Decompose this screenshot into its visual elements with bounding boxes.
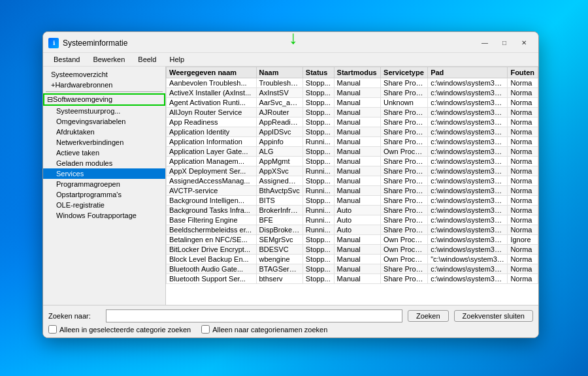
search-label: Zoeken naar: [48,312,101,320]
table-cell: Bluetooth Audio Gate... [167,264,257,274]
table-cell: Stopp... [302,274,334,284]
table-cell: c:\windows\system32\... [428,176,508,186]
col-header-naam2[interactable]: Naam [256,67,302,78]
checkbox-category-names-input[interactable] [201,325,210,334]
table-cell: AVCTP-service [167,186,257,196]
checkbox-selected-category-input[interactable] [48,325,57,334]
checkbox-selected-category[interactable]: Alleen in geselecteerde categorie zoeken [48,325,191,334]
table-cell: Stopp... [302,235,334,245]
sidebar-item-softwareomgeving[interactable]: ⊟Softwareomgeving [43,93,165,106]
table-cell: c:\windows\system32\... [428,147,508,157]
search-button[interactable]: Zoeken [408,310,449,322]
sidebar-item-geladen-modules[interactable]: Geladen modules [43,158,165,168]
table-cell: BDESVC [256,245,302,255]
app-icon: ℹ [48,38,59,48]
table-cell: Norma [508,176,538,186]
table-row[interactable]: AVCTP-serviceBthAvctpSvcRunni...ManualSh… [167,186,538,196]
sidebar-item-hardwarebronnen[interactable]: +Hardwarebronnen [43,80,165,90]
table-cell: Norma [508,88,538,98]
sidebar-item-actieve-taken[interactable]: Actieve taken [43,148,165,158]
table-cell: Stopp... [302,196,334,206]
sidebar-item-services[interactable]: Services [43,168,165,179]
table-row[interactable]: ActiveX Installer (AxInst...AxInstSVStop… [167,88,538,98]
table-cell: c:\windows\system32\... [428,206,508,215]
menu-bestand[interactable]: Bestand [48,54,85,65]
table-cell: Own Proce... [381,147,428,157]
table-cell: Share Proc... [381,215,428,225]
table-cell: Background Intelligen... [167,196,257,206]
sidebar-divider [46,91,163,92]
col-header-naam[interactable]: Weergegeven naam [167,67,257,78]
sidebar-item-programmagroepen[interactable]: Programmagroepen [43,179,165,189]
table-cell: Share Proc... [381,118,428,127]
table-container[interactable]: Weergegeven naam Naam Status Startmodus … [166,67,538,305]
table-cell: Norma [508,157,538,166]
table-cell: BrokerInfrastr... [256,206,302,215]
table-cell: Share Proc... [381,225,428,235]
table-row[interactable]: Aanbevolen Troublesh...Troubleshoot...St… [167,78,538,88]
menu-help[interactable]: Help [164,54,189,65]
table-row[interactable]: Background Tasks Infra...BrokerInfrastr.… [167,206,538,215]
table-row[interactable]: Application IdentityAppIDSvcStopp...Manu… [167,127,538,137]
minimize-button[interactable]: — [476,37,494,50]
table-cell: Application Information [167,137,257,147]
sidebar-item-systeemoverzicht[interactable]: Systeemoverzicht [43,69,165,80]
table-row[interactable]: Block Level Backup En...wbengineStopp...… [167,255,538,264]
table-cell: Runni... [302,186,334,196]
table-cell: Own Proce... [381,235,428,245]
menu-beeld[interactable]: Beeld [133,54,161,65]
table-cell: Norma [508,215,538,225]
services-table: Weergegeven naam Naam Status Startmodus … [166,67,538,284]
table-row[interactable]: Application Layer Gate...ALGStopp...Manu… [167,147,538,157]
sidebar-item-windows-foutrapportage[interactable]: Windows Foutrapportage [43,210,165,221]
table-cell: Norma [508,166,538,176]
table-row[interactable]: AssignedAccessManag...AssignedAcce...Sto… [167,176,538,186]
sidebar-item-omgevingsvariabelen[interactable]: Omgevingsvariabelen [43,116,165,127]
table-row[interactable]: Bluetooth Support Ser...bthservStopp...M… [167,274,538,284]
table-cell: c:\windows\system32\... [428,235,508,245]
table-row[interactable]: BitLocker Drive Encrypt...BDESVCStopp...… [167,245,538,255]
table-row[interactable]: Background Intelligen...BITSStopp...Manu… [167,196,538,206]
checkbox-category-names[interactable]: Alleen naar categorienamen zoeken [201,325,327,334]
table-row[interactable]: App ReadinessAppReadinessStopp...ManualS… [167,118,538,127]
table-row[interactable]: Agent Activation Runti...AarSvc_aeeecSto… [167,98,538,108]
table-cell: Manual [334,98,380,108]
table-row[interactable]: Betalingen en NFC/SE...SEMgrSvcStopp...M… [167,235,538,245]
sidebar-item-systeemstuurprog[interactable]: Systeemstuurprog... [43,106,165,116]
table-cell: Auto [334,225,380,235]
table-cell: Share Proc... [381,127,428,137]
sidebar-item-afdruktaken[interactable]: Afdruktaken [43,127,165,137]
table-cell: c:\windows\system32\... [428,157,508,166]
table-cell: App Readiness [167,118,257,127]
search-input[interactable] [106,309,402,322]
col-header-servicetype[interactable]: Servicetype [381,67,428,78]
table-cell: c:\windows\system32\... [428,245,508,255]
col-header-startmodus[interactable]: Startmodus [334,67,380,78]
window-title: Systeeminformatie [63,39,476,48]
sidebar-item-ole-registratie[interactable]: OLE-registratie [43,200,165,210]
table-row[interactable]: AllJoyn Router ServiceAJRouterStopp...Ma… [167,108,538,118]
sidebar-item-netwerkverbindingen[interactable]: Netwerkverbindingen [43,137,165,148]
close-search-button[interactable]: Zoekvenster sluiten [454,310,533,322]
col-header-pad[interactable]: Pad [428,67,508,78]
table-row[interactable]: Bluetooth Audio Gate...BTAGServiceStopp.… [167,264,538,274]
col-header-status[interactable]: Status [302,67,334,78]
table-cell: Manual [334,255,380,264]
table-cell: Norma [508,108,538,118]
table-row[interactable]: Application InformationAppinfoRunni...Ma… [167,137,538,147]
checkbox-selected-category-label: Alleen in geselecteerde categorie zoeken [59,326,191,334]
col-header-fouten[interactable]: Fouten [508,67,538,78]
table-cell: Norma [508,196,538,206]
table-cell: c:\windows\system32\... [428,137,508,147]
table-cell: Share Proc... [381,78,428,88]
menu-bewerken[interactable]: Bewerken [88,54,130,65]
sidebar-item-opstartprogrammas[interactable]: Opstartprogramma's [43,189,165,200]
maximize-button[interactable]: □ [495,37,514,50]
table-cell: Bluetooth Support Ser... [167,274,257,284]
close-button[interactable]: ✕ [515,37,533,50]
table-row[interactable]: Beeldschermbeleidss er...DispBrokerDe...… [167,225,538,235]
table-row[interactable]: AppX Deployment Ser...AppXSvcRunni...Man… [167,166,538,176]
table-row[interactable]: Application Managem...AppMgmtStopp...Man… [167,157,538,166]
table-row[interactable]: Base Filtering EngineBFERunni...AutoShar… [167,215,538,225]
table-cell: Norma [508,225,538,235]
